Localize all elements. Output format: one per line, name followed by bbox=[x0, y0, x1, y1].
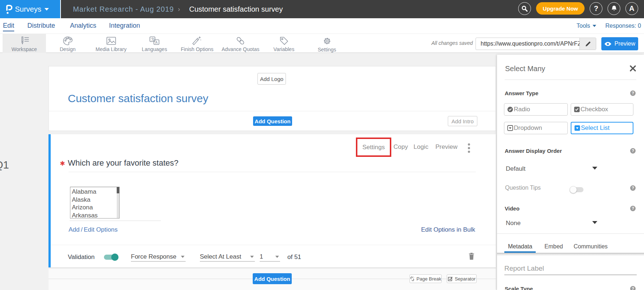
svg-text:A: A bbox=[155, 40, 158, 45]
svg-text:文: 文 bbox=[151, 37, 155, 41]
